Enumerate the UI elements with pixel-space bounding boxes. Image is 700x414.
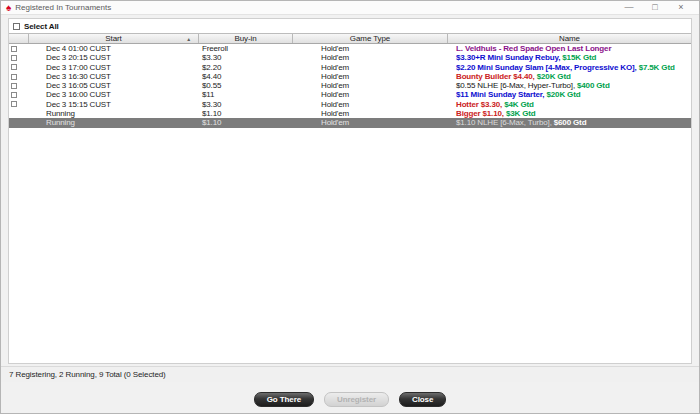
row-buyin: $3.30 (199, 53, 293, 62)
table-row[interactable]: Running$1.10Hold'em$1.10 NLHE [6-Max, Tu… (9, 118, 691, 127)
row-checkbox-cell (9, 92, 29, 98)
row-checkbox[interactable] (11, 64, 17, 70)
column-header-name[interactable]: Name (448, 34, 691, 43)
column-header-start[interactable]: Start ▲ (29, 34, 199, 43)
row-tournament-name: Bigger $1.10, $3K Gtd (448, 109, 691, 118)
row-tournament-name: Bounty Builder $4.40, $20K Gtd (448, 72, 691, 81)
action-button-row: Go There Unregister Close (1, 392, 699, 408)
table-row[interactable]: Running$1.10Hold'emBigger $1.10, $3K Gtd (9, 109, 691, 118)
table-row[interactable]: Dec 3 20:15 CUST$3.30Hold'em$3.30+R Mini… (9, 53, 691, 62)
row-buyin: Freeroll (199, 44, 293, 53)
row-game-type: Hold'em (293, 81, 448, 90)
close-button[interactable]: Close (399, 392, 446, 407)
row-start: Dec 3 16:05 CUST (29, 81, 199, 90)
row-checkbox[interactable] (11, 46, 17, 52)
select-all-checkbox[interactable] (13, 23, 20, 30)
row-buyin: $0.55 (199, 81, 293, 90)
row-tournament-name: $3.30+R Mini Sunday Rebuy, $15K Gtd (448, 53, 691, 62)
row-game-type: Hold'em (293, 53, 448, 62)
tournament-list: Dec 4 01:00 CUSTFreerollHold'emL. Veldhu… (9, 44, 691, 363)
select-all-row: Select All (9, 19, 691, 33)
row-start: Dec 4 01:00 CUST (29, 44, 199, 53)
row-start: Dec 3 16:00 CUST (29, 90, 199, 99)
row-tournament-name: $1.10 NLHE [6-Max, Turbo], $600 Gtd (448, 118, 691, 127)
column-header-buyin[interactable]: Buy-in (199, 34, 293, 43)
row-buyin: $3.30 (199, 100, 293, 109)
registered-tournaments-window: ♠ Registered In Tournaments — □ × Select… (0, 0, 700, 414)
table-row[interactable]: Dec 3 16:00 CUST$11Hold'em$11 Mini Sunda… (9, 90, 691, 99)
row-checkbox-cell (9, 55, 29, 61)
row-start: Running (29, 109, 199, 118)
column-header-game-type[interactable]: Game Type (293, 34, 448, 43)
row-start: Dec 3 15:15 CUST (29, 100, 199, 109)
row-game-type: Hold'em (293, 63, 448, 72)
row-checkbox-cell (9, 64, 29, 70)
row-game-type: Hold'em (293, 100, 448, 109)
status-bar: 7 Registering, 2 Running, 9 Total (0 Sel… (1, 366, 699, 382)
unregister-button[interactable]: Unregister (324, 392, 389, 407)
table-header: Start ▲ Buy-in Game Type Name (9, 33, 691, 44)
row-buyin: $1.10 (199, 118, 293, 127)
row-checkbox-cell (9, 83, 29, 89)
sort-asc-icon: ▲ (186, 35, 191, 44)
window-title: Registered In Tournaments (15, 3, 111, 12)
row-tournament-name: $2.20 Mini Sunday Slam [4-Max, Progressi… (448, 63, 691, 72)
row-game-type: Hold'em (293, 109, 448, 118)
title-bar: ♠ Registered In Tournaments — □ × (1, 1, 699, 15)
table-row[interactable]: Dec 3 16:30 CUST$4.40Hold'emBounty Build… (9, 72, 691, 81)
row-tournament-name: $0.55 NLHE [6-Max, Hyper-Turbo], $400 Gt… (448, 81, 691, 90)
maximize-icon[interactable]: □ (642, 1, 668, 14)
column-header-checkbox (9, 34, 29, 43)
row-checkbox[interactable] (11, 55, 17, 61)
row-game-type: Hold'em (293, 118, 448, 127)
row-buyin: $4.40 (199, 72, 293, 81)
row-game-type: Hold'em (293, 72, 448, 81)
row-start: Dec 3 17:00 CUST (29, 63, 199, 72)
row-game-type: Hold'em (293, 44, 448, 53)
row-checkbox-cell (9, 74, 29, 80)
row-checkbox[interactable] (11, 92, 17, 98)
pokerstars-spade-icon: ♠ (6, 3, 11, 13)
row-start: Running (29, 118, 199, 127)
status-summary: 7 Registering, 2 Running, 9 Total (0 Sel… (9, 370, 166, 379)
row-buyin: $11 (199, 90, 293, 99)
row-tournament-name: Hotter $3.30, $4K Gtd (448, 100, 691, 109)
window-controls: — □ × (616, 1, 694, 14)
tournament-panel: Select All Start ▲ Buy-in Game Type Name… (8, 18, 692, 364)
table-row[interactable]: Dec 3 16:05 CUST$0.55Hold'em$0.55 NLHE [… (9, 81, 691, 90)
row-checkbox-cell (9, 46, 29, 52)
row-buyin: $1.10 (199, 109, 293, 118)
row-tournament-name: $11 Mini Sunday Starter, $20K Gtd (448, 90, 691, 99)
row-checkbox[interactable] (11, 101, 17, 107)
table-row[interactable]: Dec 3 15:15 CUST$3.30Hold'emHotter $3.30… (9, 100, 691, 109)
table-row[interactable]: Dec 4 01:00 CUSTFreerollHold'emL. Veldhu… (9, 44, 691, 53)
select-all-label: Select All (24, 22, 59, 31)
table-row[interactable]: Dec 3 17:00 CUST$2.20Hold'em$2.20 Mini S… (9, 63, 691, 72)
row-buyin: $2.20 (199, 63, 293, 72)
row-tournament-name: L. Veldhuis - Red Spade Open Last Longer (448, 44, 691, 53)
minimize-icon[interactable]: — (616, 1, 642, 14)
row-checkbox-cell (9, 101, 29, 107)
row-checkbox[interactable] (11, 74, 17, 80)
row-checkbox[interactable] (11, 83, 17, 89)
close-icon[interactable]: × (668, 1, 694, 14)
row-start: Dec 3 16:30 CUST (29, 72, 199, 81)
row-game-type: Hold'em (293, 90, 448, 99)
row-start: Dec 3 20:15 CUST (29, 53, 199, 62)
go-there-button[interactable]: Go There (254, 392, 314, 407)
